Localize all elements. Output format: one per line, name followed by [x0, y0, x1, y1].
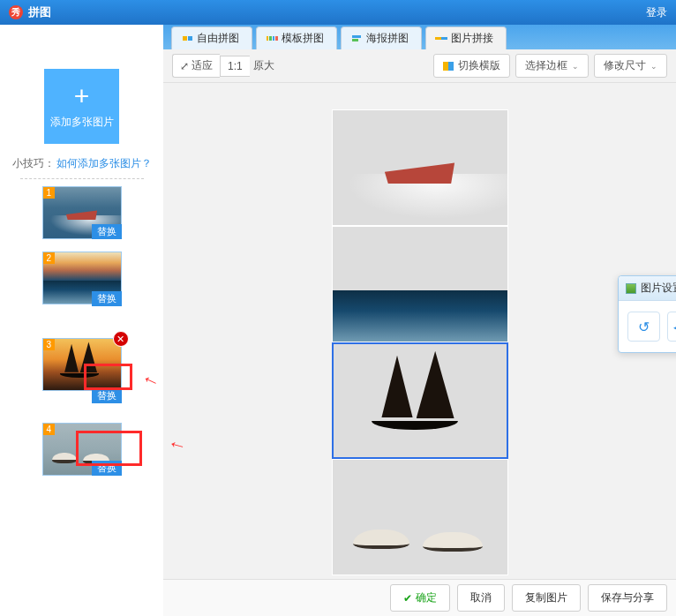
- toggle-horizontal-button[interactable]: 切换横版: [433, 54, 510, 78]
- tab-label: 自由拼图: [197, 31, 239, 46]
- stitched-panel[interactable]: [332, 459, 508, 575]
- zoom-original-label: 原大: [250, 55, 282, 77]
- image-settings-popup: 图片设置 ✕ ↺ ◀▶ ◻ 🗑: [618, 275, 676, 353]
- replace-button[interactable]: 替换: [92, 461, 122, 476]
- tab-label: 海报拼图: [366, 31, 409, 46]
- thumbnail-item[interactable]: 3 ✕ 替换: [42, 338, 122, 391]
- tip-prefix: 小技巧：: [12, 156, 55, 171]
- delete-thumb-button[interactable]: ✕: [113, 331, 129, 347]
- image-icon: [626, 283, 636, 294]
- thumb-number-badge: 2: [43, 252, 56, 264]
- zoom-1to1-button[interactable]: 1:1: [220, 56, 250, 77]
- replace-button[interactable]: 替换: [92, 291, 122, 306]
- thumbnail-list: 1 替换 2 替换 3 ✕ 替换 4 替换: [0, 186, 163, 476]
- toggle-horizontal-label: 切换横版: [458, 58, 500, 73]
- select-border-label: 选择边框: [525, 58, 567, 73]
- replace-button[interactable]: 替换: [92, 224, 122, 239]
- template-collage-icon: [266, 33, 278, 45]
- image-stitch-icon: [435, 33, 447, 45]
- thumbnail-item[interactable]: 2 替换: [42, 252, 122, 304]
- thumb-number-badge: 1: [43, 187, 56, 199]
- tab-image-stitch[interactable]: 图片拼接: [425, 26, 507, 49]
- chevron-down-icon: ⌄: [572, 62, 579, 71]
- ok-button[interactable]: ✔ 确定: [390, 584, 450, 612]
- tip-text: 小技巧： 如何添加多张图片？: [12, 156, 152, 171]
- zoom-fit-button[interactable]: ⤢ 适应: [172, 54, 220, 78]
- rotate-ccw-icon: ↺: [638, 319, 650, 335]
- add-images-label: 添加多张图片: [50, 115, 114, 130]
- plus-icon: +: [74, 83, 90, 109]
- sidebar: + 添加多张图片 小技巧： 如何添加多张图片？ 1 替换 2 替换 3 ✕: [0, 25, 163, 616]
- tab-free-collage[interactable]: 自由拼图: [171, 26, 252, 49]
- tip-link[interactable]: 如何添加多张图片？: [56, 156, 152, 171]
- resize-dropdown[interactable]: 修改尺寸 ⌄: [594, 54, 667, 78]
- thumbnail-item[interactable]: 4 替换: [42, 423, 122, 476]
- cancel-button[interactable]: 取消: [457, 584, 505, 612]
- stitched-panel[interactable]: [332, 109, 508, 226]
- stitched-panel[interactable]: [332, 226, 508, 342]
- login-link[interactable]: 登录: [646, 5, 667, 20]
- ok-label: 确定: [416, 590, 437, 605]
- stitched-panel-selected[interactable]: [332, 342, 508, 459]
- thumbnail-item[interactable]: 1 替换: [42, 186, 122, 239]
- main-area: ⤢ 适应 1:1 原大 切换横版 选择边框 ⌄ 修改尺寸: [163, 49, 676, 616]
- fit-icon: ⤢: [180, 60, 189, 72]
- zoom-1to1-label: 1:1: [228, 60, 243, 72]
- orientation-icon: [443, 62, 454, 71]
- poster-collage-icon: [350, 33, 363, 45]
- divider: [20, 178, 144, 179]
- add-images-button[interactable]: + 添加多张图片: [44, 69, 119, 144]
- rotate-ccw-button[interactable]: ↺: [627, 312, 660, 342]
- canvas[interactable]: 拖动图片更换顺序。 图片设置 ✕ ↺ ◀▶: [163, 83, 676, 579]
- tab-label: 模板拼图: [282, 31, 324, 46]
- thumb-number-badge: 4: [43, 424, 56, 435]
- thumb-number-badge: 3: [43, 339, 56, 350]
- chevron-down-icon: ⌄: [650, 62, 657, 71]
- resize-label: 修改尺寸: [604, 58, 646, 73]
- stitched-column: [332, 109, 508, 579]
- window-title: 拼图: [28, 4, 51, 20]
- tab-poster-collage[interactable]: 海报拼图: [341, 26, 422, 49]
- check-icon: ✔: [403, 592, 412, 605]
- free-collage-icon: [181, 33, 193, 45]
- popup-title: 图片设置: [641, 281, 676, 296]
- zoom-fit-label: 适应: [192, 58, 213, 73]
- toolbar: ⤢ 适应 1:1 原大 切换横版 选择边框 ⌄ 修改尺寸: [163, 49, 676, 83]
- tab-label: 图片拼接: [451, 31, 493, 46]
- tab-template-collage[interactable]: 模板拼图: [256, 26, 337, 49]
- select-border-dropdown[interactable]: 选择边框 ⌄: [515, 54, 589, 78]
- bottom-toolbar: ✔ 确定 取消 复制图片 保存与分享: [163, 579, 676, 616]
- titlebar: 秀 拼图 登录: [0, 0, 676, 25]
- save-share-button[interactable]: 保存与分享: [588, 584, 667, 612]
- copy-image-button[interactable]: 复制图片: [512, 584, 581, 612]
- replace-button[interactable]: 替换: [92, 388, 122, 403]
- app-logo-icon: 秀: [9, 5, 23, 19]
- flip-horizontal-button[interactable]: ◀▶: [667, 312, 676, 342]
